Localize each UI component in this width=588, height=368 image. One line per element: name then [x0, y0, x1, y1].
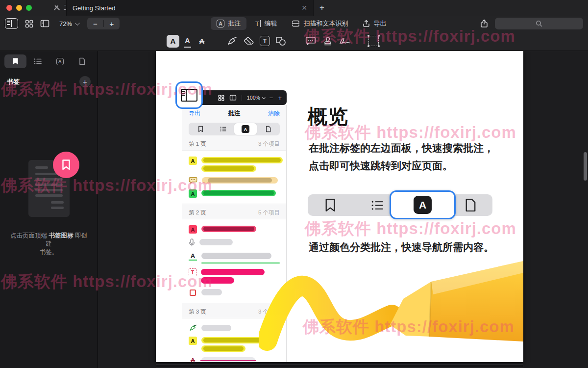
bookmark-icon — [198, 126, 203, 132]
sidebar-tab-pages[interactable] — [71, 54, 93, 68]
signature-tool-button[interactable] — [339, 35, 351, 48]
selection-tool-button[interactable] — [368, 36, 379, 46]
eraser-tool-button[interactable] — [243, 35, 255, 48]
shapes-tool-button[interactable] — [274, 35, 287, 48]
annotate-icon: A — [217, 20, 224, 27]
underline-tool-button[interactable]: A — [184, 35, 191, 48]
tab-annotate[interactable]: A 批注 — [211, 17, 246, 30]
close-window-button[interactable] — [6, 5, 12, 11]
tab-getting-started[interactable]: Getting Started ✕ — [66, 0, 314, 16]
highlight-stroke — [267, 286, 392, 341]
panel-export-link: 导出 — [189, 109, 200, 118]
page-icon — [456, 194, 485, 216]
share-button[interactable] — [480, 19, 488, 28]
list-icon — [363, 194, 392, 216]
document-canvas[interactable]: 100% − + 导出 批注 清除 — [98, 51, 588, 368]
highlighter-pen-tool-button[interactable] — [225, 35, 238, 48]
zoom-level-dropdown[interactable]: 72% — [59, 20, 78, 27]
tab-export[interactable]: 导出 — [357, 17, 392, 30]
panel-title: 批注 — [200, 109, 268, 118]
search-icon — [536, 20, 542, 27]
list-icon — [220, 126, 226, 132]
mode-tabs: A 批注 T 编辑 扫描和文本识别 — [211, 17, 392, 30]
new-tab-button[interactable]: + — [319, 3, 324, 13]
document-illustration — [28, 160, 70, 217]
two-page-view-button[interactable] — [40, 20, 49, 27]
tab-annotate-label: 批注 — [228, 19, 241, 28]
bookmarks-empty-hint: 点击页面顶端 书签图标 即创建 书签。 — [0, 232, 98, 257]
comment-icon — [189, 177, 197, 184]
zoom-stepper: − + — [87, 18, 120, 29]
tab-title: Getting Started — [73, 4, 115, 12]
page-paragraph-1: 在批注标签的左边面板，快速搜索批注， 点击即可快速跳转到对应页面。 — [309, 139, 494, 175]
mini-zoom-dropdown: 100% — [247, 95, 265, 101]
title-bar: 工具 Getting Started ✕ + — [0, 0, 588, 16]
panel-seg-bookmarks — [189, 123, 212, 135]
list-icon — [34, 58, 42, 65]
bookmark-icon — [316, 194, 345, 216]
thumbnails-view-button[interactable] — [25, 20, 33, 28]
comment-tool-button[interactable] — [304, 35, 317, 48]
highlight-yellow-icon: A — [189, 157, 197, 165]
comment-icon — [305, 36, 316, 46]
text-tool-button[interactable]: T — [260, 36, 270, 46]
zoom-window-button[interactable] — [26, 5, 32, 11]
highlighter-illustration — [259, 252, 523, 362]
vertical-scrollbar[interactable] — [584, 152, 587, 181]
underline-icon: A — [189, 252, 197, 261]
tab-edit[interactable]: T 编辑 — [249, 17, 283, 30]
annotations-icon: A — [56, 58, 64, 65]
highlighter-pen-icon — [226, 36, 237, 46]
zoom-out-button[interactable]: − — [87, 20, 103, 28]
tab-scan-ocr[interactable]: 扫描和文本识别 — [286, 17, 354, 30]
page-title: 概览 — [308, 103, 349, 130]
sidebar-tab-bookmarks[interactable] — [4, 54, 26, 68]
panel-segmented-control: A — [189, 123, 280, 135]
annotation-toolbar: A A A T — [0, 31, 588, 51]
page-icon — [79, 57, 85, 65]
sidebar-toggle-button[interactable] — [5, 18, 18, 29]
highlight-green-icon: A — [189, 189, 197, 198]
minimize-window-button[interactable] — [16, 5, 22, 11]
square-shape-icon — [190, 289, 196, 296]
zoom-in-button[interactable]: + — [104, 20, 120, 28]
next-page-edge — [156, 364, 523, 368]
chevron-down-icon — [262, 96, 265, 99]
tab-scan-label: 扫描和文本识别 — [303, 19, 348, 28]
bookmark-outline-icon — [62, 159, 71, 171]
strikethrough-icon: A — [189, 357, 197, 362]
stamp-tool-button[interactable] — [321, 35, 334, 48]
annotation-item-audio — [182, 236, 286, 250]
page-icon — [266, 126, 271, 132]
grid-icon — [25, 20, 33, 28]
two-page-icon — [40, 20, 49, 27]
mini-zoom-in: + — [278, 94, 282, 102]
toolbar-right-group — [480, 18, 583, 29]
segmented-control-illustration: A — [308, 194, 492, 216]
search-input[interactable] — [495, 18, 583, 29]
annotation-item-comment — [182, 174, 286, 187]
strikethrough-tool-button[interactable]: A — [196, 35, 208, 48]
tab-edit-label: 编辑 — [264, 19, 277, 28]
sidebar-tab-annotations[interactable]: A — [49, 54, 71, 68]
chevron-down-icon — [75, 21, 80, 26]
add-bookmark-button[interactable]: + — [79, 76, 91, 87]
export-icon — [363, 20, 370, 27]
left-sidebar: A 书签 + 点击页面顶端 书签 — [0, 51, 98, 368]
highlight-tool-button[interactable]: A — [167, 35, 179, 48]
eraser-icon — [244, 37, 254, 46]
highlight-pink-icon: A — [189, 225, 197, 234]
traffic-lights — [0, 5, 32, 11]
highlighter-pen-icon — [189, 324, 197, 332]
annotations-icon: A — [242, 125, 249, 133]
text-box-icon: T — [189, 268, 196, 276]
bookmark-badge — [53, 152, 79, 178]
annotations-segment-highlighted: A — [390, 190, 456, 219]
sidebar-tab-outline[interactable] — [26, 54, 49, 68]
sidebar-toggle-icon — [7, 20, 10, 27]
edit-text-icon: T — [255, 20, 261, 27]
tab-close-icon[interactable]: ✕ — [301, 4, 307, 12]
panel-section-header: 第 1 页3 个项目 — [182, 135, 286, 150]
signature-icon — [339, 37, 351, 45]
grid-icon — [218, 95, 224, 101]
